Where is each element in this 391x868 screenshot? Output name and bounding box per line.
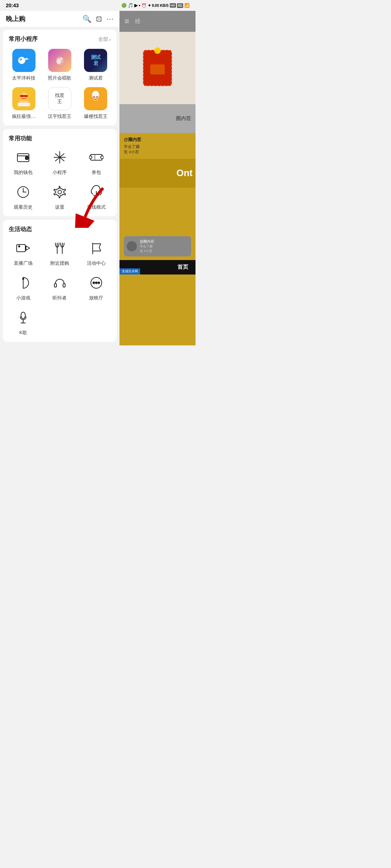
life-activity[interactable]: 活动中心 bbox=[81, 239, 111, 267]
video-card[interactable]: @圈内茬 学会了赚 奖 #小茬 bbox=[124, 236, 191, 256]
more-icon[interactable]: ⋯ bbox=[106, 14, 114, 23]
sidebar-menu-icon[interactable]: ≡ bbox=[125, 17, 129, 26]
sidebar-yellow-content1: @圈内茬 学会了赚 奖 #小茬 bbox=[119, 133, 196, 159]
svg-point-46 bbox=[98, 282, 100, 284]
life-groupbuy[interactable]: 附近团购 bbox=[45, 239, 75, 267]
envelope-top-dot bbox=[154, 47, 161, 54]
hanzi-label: 汉字找茬王 bbox=[48, 113, 71, 120]
taipingyangkeji-icon bbox=[12, 49, 35, 72]
headphones-icon bbox=[51, 274, 69, 292]
svg-rect-8 bbox=[20, 95, 28, 97]
activity-label: 活动中心 bbox=[87, 260, 106, 267]
crazy-icon bbox=[12, 87, 35, 110]
notification-icon: 🟢 bbox=[121, 3, 127, 8]
video-icon: ▶ bbox=[134, 3, 138, 8]
mini-program-crazy[interactable]: 疯狂最强… bbox=[9, 87, 39, 120]
watermark-badge: 龙城安卓网 bbox=[119, 268, 140, 275]
function-ticket[interactable]: 券包 bbox=[81, 148, 111, 176]
svg-point-16 bbox=[97, 97, 98, 98]
bottom-nav-home[interactable]: 首页 bbox=[177, 264, 188, 271]
life-live[interactable]: 直播广场 bbox=[9, 239, 38, 267]
functions-card: 常用功能 我的钱包 小程序 bbox=[3, 129, 117, 216]
function-miniprog[interactable]: 小程序 bbox=[45, 148, 75, 176]
ksong-label: K歌 bbox=[19, 329, 27, 336]
ceshijun-label: 测试君 bbox=[89, 75, 103, 81]
top-bar-title: 晚上购 bbox=[6, 14, 25, 23]
baomeng-icon bbox=[84, 87, 107, 110]
miniprog-icon bbox=[51, 148, 69, 166]
red-envelope[interactable] bbox=[143, 50, 172, 86]
svg-point-26 bbox=[101, 156, 104, 159]
miniprog-label: 小程序 bbox=[52, 169, 67, 176]
wallet-label: 我的钱包 bbox=[14, 169, 33, 176]
svg-point-47 bbox=[21, 312, 25, 319]
svg-point-44 bbox=[93, 282, 94, 284]
status-bar: 20:43 🟢 🎵 ▶ • ⏰ ✦ 9.00 KB/S HD 4G 📶 bbox=[0, 0, 196, 11]
scan-icon[interactable]: ⊡ bbox=[96, 14, 102, 23]
pacman-icon bbox=[14, 274, 32, 292]
life-grid: 直播广场 附近团购 活动中心 bbox=[9, 239, 111, 336]
bluetooth-icon: ✦ bbox=[148, 3, 151, 8]
at-text: @圈内茬 bbox=[124, 137, 141, 143]
ceshijun-icon: 测试君 bbox=[84, 49, 107, 72]
ticket-icon bbox=[87, 148, 105, 166]
crazy-label: 疯狂最强… bbox=[12, 113, 35, 120]
life-listen[interactable]: 听抖者 bbox=[45, 274, 75, 301]
history-label: 观看历史 bbox=[14, 204, 33, 210]
top-bar: 晚上购 🔍 ⊡ ⋯ bbox=[0, 11, 119, 27]
groupbuy-label: 附近团购 bbox=[50, 260, 69, 267]
hanzi-icon: 找茬王 bbox=[48, 87, 71, 110]
dot-icon: • bbox=[139, 3, 140, 8]
network-badge: 4G bbox=[177, 3, 183, 8]
functions-title: 常用功能 bbox=[9, 135, 32, 142]
svg-point-15 bbox=[94, 97, 95, 98]
life-card: 生活动态 直播广场 附近团购 bbox=[3, 220, 117, 342]
svg-point-31 bbox=[58, 190, 62, 194]
life-games[interactable]: 小游戏 bbox=[9, 274, 38, 301]
mini-program-hanzi[interactable]: 找茬王 汉字找茬王 bbox=[45, 87, 75, 120]
search-icon[interactable]: 🔍 bbox=[83, 14, 92, 23]
mini-programs-grid: 太平洋科技 照片会唱歌 测试君 bbox=[9, 49, 111, 120]
fork-knife-icon bbox=[51, 239, 69, 257]
desc-text: 学会了赚 奖 #小茬 bbox=[124, 144, 141, 155]
function-offline[interactable]: 离线模式 bbox=[81, 183, 111, 210]
main-layout: 晚上购 🔍 ⊡ ⋯ 常用小程序 全部 › bbox=[0, 11, 196, 345]
zhaopian-icon bbox=[48, 49, 71, 72]
mini-programs-title: 常用小程序 bbox=[9, 35, 38, 43]
svg-point-6 bbox=[56, 59, 61, 64]
functions-grid: 我的钱包 小程序 券包 bbox=[9, 148, 111, 210]
live-label: 直播广场 bbox=[14, 260, 33, 267]
svg-marker-34 bbox=[26, 246, 30, 250]
right-sidebar: ≡ 经 圈内茬 @圈内茬 学会了赚 奖 #小茬 bbox=[119, 11, 196, 345]
svg-point-25 bbox=[89, 156, 92, 159]
alarm-icon: ⏰ bbox=[142, 3, 147, 8]
cloud-download-icon bbox=[87, 183, 105, 201]
top-bar-actions: 🔍 ⊡ ⋯ bbox=[83, 14, 114, 23]
listen-label: 听抖者 bbox=[52, 295, 67, 301]
baomeng-label: 爆梗找茬王 bbox=[84, 113, 108, 120]
chevron-right-icon: › bbox=[109, 37, 111, 42]
mini-program-baomeng[interactable]: 爆梗找茬王 bbox=[81, 87, 111, 120]
svg-point-1 bbox=[19, 57, 25, 64]
svg-point-45 bbox=[95, 282, 97, 284]
mini-program-taipingyangkeji[interactable]: 太平洋科技 bbox=[9, 49, 39, 81]
mini-program-ceshijun[interactable]: 测试君 测试君 bbox=[81, 49, 111, 81]
function-history[interactable]: 观看历史 bbox=[9, 183, 38, 210]
svg-point-9 bbox=[21, 95, 23, 96]
mic-icon bbox=[14, 309, 32, 327]
sidebar-circle-label: 圈内茬 bbox=[176, 115, 191, 122]
clock-icon bbox=[14, 183, 32, 201]
mini-program-zhaopian[interactable]: 照片会唱歌 bbox=[45, 49, 75, 81]
svg-point-40 bbox=[22, 278, 24, 280]
life-ksong[interactable]: K歌 bbox=[9, 309, 38, 336]
function-settings[interactable]: 设置 bbox=[45, 183, 75, 210]
life-cinema[interactable]: 放映厅 bbox=[81, 274, 111, 301]
status-time: 20:43 bbox=[6, 3, 19, 8]
games-label: 小游戏 bbox=[16, 295, 30, 301]
mini-programs-more[interactable]: 全部 › bbox=[98, 36, 111, 43]
mini-programs-header: 常用小程序 全部 › bbox=[9, 35, 111, 43]
function-wallet[interactable]: 我的钱包 bbox=[9, 148, 38, 176]
user-avatar bbox=[127, 241, 137, 251]
life-title: 生活动态 bbox=[9, 226, 32, 233]
wallet-icon bbox=[14, 148, 32, 166]
